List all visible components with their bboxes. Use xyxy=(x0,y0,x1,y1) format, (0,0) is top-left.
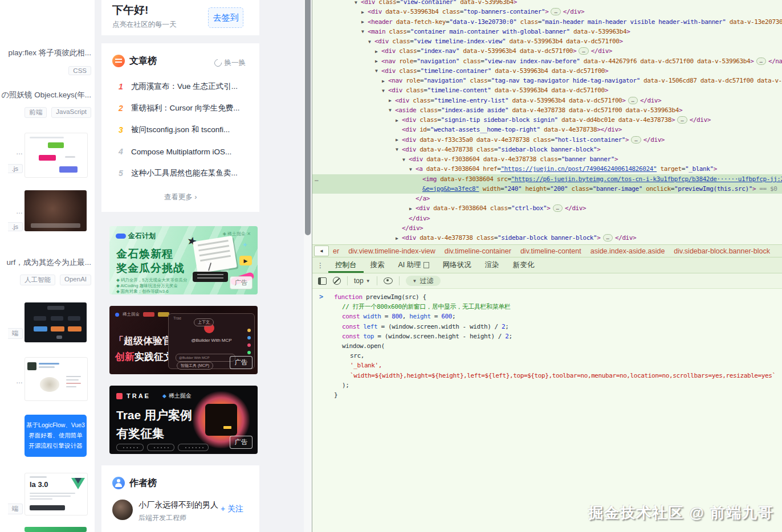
breadcrumb-item[interactable]: div.view.timeline-index-view xyxy=(348,247,435,255)
twisty-icon[interactable]: ▼ xyxy=(361,27,364,36)
twisty-icon[interactable]: ▶ xyxy=(361,7,364,17)
feed-item-title[interactable]: の照妖镜 Object.keys(年... xyxy=(0,90,91,101)
dom-tree-line[interactable]: ▶<div data-v-f3038604 class="ctrl-box">…… xyxy=(312,203,782,213)
feed-tag[interactable]: 人工智能 xyxy=(20,275,55,285)
node-ellipsis[interactable]: … xyxy=(553,204,563,212)
feed-tag[interactable]: JavaScript xyxy=(51,107,91,118)
dom-tree-line[interactable]: ▼<div class="timeline-container" data-v-… xyxy=(312,66,782,76)
node-ellipsis[interactable]: … xyxy=(603,234,613,242)
feed-tag[interactable]: OpenAI xyxy=(60,275,91,285)
breadcrumb-item[interactable]: er xyxy=(333,247,339,255)
tab-rendering[interactable]: 渲染 xyxy=(478,257,506,273)
live-expression-icon[interactable] xyxy=(384,277,393,284)
dom-tree-line[interactable]: ▼<a data-v-f3038604 href="https://juejin… xyxy=(312,164,782,174)
dom-tree-line[interactable]: ▼<div data-v-4e378738 class="sidebar-blo… xyxy=(312,145,782,154)
dom-tree-line[interactable]: ▶<div class="index-nav" data-v-539963b4 … xyxy=(312,46,782,56)
dom-tree-line[interactable]: ▼<main class="container main-container w… xyxy=(312,27,782,36)
node-ellipsis[interactable]: … xyxy=(677,116,687,124)
rank-item[interactable]: 3 被问tsconfig.json 和 tsconfi... xyxy=(101,119,259,141)
execution-context-selector[interactable]: top▼ xyxy=(354,277,370,285)
breadcrumb-item[interactable]: div.timeline-container xyxy=(445,247,511,255)
dom-tree-line[interactable]: ▼<div class="view timeline-index-view" d… xyxy=(312,36,782,46)
feed-thumbnail[interactable]: la 3.0 xyxy=(25,473,88,515)
feed-tag[interactable]: 端 xyxy=(8,328,23,339)
console-filter-input[interactable]: ▼过滤 xyxy=(406,276,441,286)
twisty-icon[interactable]: ▶ xyxy=(375,56,377,66)
feed-thumbnail[interactable]: 基于LogicFlow、Vue3 界面好看、使用简单 开源流程引擎设计器 xyxy=(25,415,87,457)
tab-console[interactable]: 控制台 xyxy=(328,257,364,273)
twisty-icon[interactable]: ▶ xyxy=(382,76,384,86)
page-scrollbar[interactable] xyxy=(304,0,312,532)
node-ellipsis[interactable]: … xyxy=(631,136,641,144)
node-ellipsis[interactable]: … xyxy=(579,47,588,55)
dom-tree-line[interactable]: ▶<nav role="navigation" class="view-nav … xyxy=(312,56,782,66)
ad-banner-gold-plan[interactable]: 金石计划 ◈ 稀土掘金 ✕ 金石焕新程 奖金瓜分挑战 ◆ 码力全开，5万元现金大… xyxy=(109,226,258,294)
dom-tree-line[interactable]: ▼<div data-v-f3038604 data-v-4e378738 cl… xyxy=(312,154,782,164)
twisty-icon[interactable]: ▶ xyxy=(396,135,398,145)
tab-ai-assistance[interactable]: AI 助理 xyxy=(392,257,436,273)
twisty-icon[interactable]: ▼ xyxy=(382,86,384,96)
twisty-icon[interactable]: ▼ xyxy=(368,37,370,47)
twisty-icon[interactable]: ▶ xyxy=(409,204,412,214)
breadcrumb-scroll-left-button[interactable]: ◀ xyxy=(314,245,329,256)
author-avatar[interactable] xyxy=(112,500,133,520)
feed-thumbnail[interactable] xyxy=(25,190,87,231)
scrollbar-thumb[interactable] xyxy=(305,0,311,235)
rank-item[interactable]: 4 Compose Multiplatform iOS... xyxy=(101,141,259,162)
feed-tag[interactable]: 端 xyxy=(8,504,23,514)
more-options-icon[interactable]: ⋮ xyxy=(312,257,328,273)
refresh-button[interactable]: 换一换 xyxy=(214,58,246,68)
dom-tree-line[interactable]: …<img data-v-f3038604 src="https://p6-ju… xyxy=(312,174,782,184)
feed-tag[interactable]: CSS xyxy=(68,66,91,75)
follow-button[interactable]: + 关注 xyxy=(221,504,243,514)
twisty-icon[interactable]: ▶ xyxy=(375,47,377,56)
dom-tree-line[interactable]: ▶<div class="signin-tip sidebar-block si… xyxy=(312,115,782,125)
dom-tree-line[interactable]: ▶<div class="timeline-entry-list" data-v… xyxy=(312,96,782,105)
view-more-link[interactable]: 查看更多 › xyxy=(101,193,259,202)
feed-tag[interactable]: .js xyxy=(8,222,23,231)
tab-whats-new[interactable]: 新变化 xyxy=(506,257,541,273)
twisty-icon[interactable]: ▼ xyxy=(389,105,391,115)
ad-banner-mcp-essay[interactable]: 稀土掘金 「超级体验官」 创新实践征文 Trae @Builder With M… xyxy=(109,306,258,374)
twisty-icon[interactable]: ▼ xyxy=(409,165,412,174)
dom-tree-line[interactable]: ▼<div class="timeline-content" data-v-53… xyxy=(312,85,782,95)
node-ellipsis[interactable]: … xyxy=(551,8,560,15)
feed-item-title[interactable]: urf，成为其迄今为止最... xyxy=(0,257,91,269)
breadcrumb-item[interactable]: div.sidebar-block.banner-block xyxy=(674,247,770,255)
tab-search[interactable]: 搜索 xyxy=(364,257,392,273)
dom-tree-line[interactable]: </div> xyxy=(312,214,782,223)
dom-tree-line[interactable]: ▶<div data-v-539963b4 class="top-banners… xyxy=(312,7,782,17)
feed-thumbnail[interactable] xyxy=(25,357,88,401)
dom-tree-line[interactable]: ▶<header data-fetch-key="data-v-13e20730… xyxy=(312,17,782,27)
dom-tree-line[interactable]: ▼<aside class="index-aside aside" data-v… xyxy=(312,105,782,115)
twisty-icon[interactable]: ▶ xyxy=(361,17,364,27)
dom-tree-line[interactable]: <div id="wechat-assets__home-top-right" … xyxy=(312,125,782,134)
feed-tag[interactable]: 前端 xyxy=(25,107,47,118)
feed-tag[interactable]: .js xyxy=(8,164,23,173)
dom-tree-line[interactable]: ▶<div data-v-4e378738 class="sidebar-blo… xyxy=(312,233,782,243)
node-ellipsis[interactable]: … xyxy=(756,58,766,65)
clear-console-icon[interactable] xyxy=(333,277,341,285)
rank-item[interactable]: 5 这种小工具居然也能在某鱼卖... xyxy=(101,162,259,184)
dom-tree-line[interactable]: &e=jpg&b=a3fec8" width="240" height="200… xyxy=(312,184,782,194)
ad-banner-trae[interactable]: TRAE ◆稀土掘金 Trae 用户案例 有奖征集 广告 xyxy=(109,386,258,454)
dom-tree-line[interactable]: ▶<nav role="navigation" class="tag-nav t… xyxy=(312,76,782,85)
feed-item-title[interactable]: play:flex 将子项彼此相... xyxy=(0,48,91,59)
twisty-icon[interactable]: ▼ xyxy=(355,0,357,7)
twisty-icon[interactable]: ▼ xyxy=(402,155,405,165)
twisty-icon[interactable]: ▶ xyxy=(396,116,398,125)
dom-tree-line[interactable]: </div> xyxy=(312,223,782,233)
console-sidebar-toggle-icon[interactable] xyxy=(318,277,327,285)
dom-tree-line[interactable]: </a> xyxy=(312,194,782,203)
feed-thumbnail[interactable] xyxy=(25,133,88,178)
tab-network-conditions[interactable]: 网络状况 xyxy=(436,257,478,273)
feed-thumbnail[interactable] xyxy=(25,527,87,532)
breadcrumb-item[interactable]: aside.index-aside.aside xyxy=(590,247,665,255)
dom-tree-line[interactable]: ▶<div data-v-f33c35a0 data-v-4e378738 cl… xyxy=(312,135,782,145)
twisty-icon[interactable]: ▶ xyxy=(396,234,398,243)
twisty-icon[interactable]: ▶ xyxy=(389,96,391,105)
rank-item[interactable]: 2 重磅福利：Cursor 向学生免费... xyxy=(101,97,259,119)
author-name[interactable]: 小厂永远得不到的男人 xyxy=(139,500,218,510)
feed-thumbnail[interactable] xyxy=(25,302,87,342)
twisty-icon[interactable]: ▼ xyxy=(375,66,377,76)
